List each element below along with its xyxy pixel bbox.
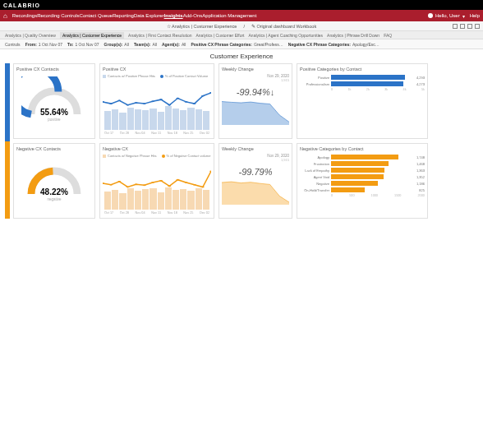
positive-gauge-card: Positive CX Contacts 55.64% positive — [13, 63, 95, 139]
nav-item-recordings[interactable]: Recordings — [12, 13, 37, 18]
breadcrumb-item[interactable]: Analytics | Phrase Drill Down — [327, 33, 380, 38]
help-link[interactable]: Help — [470, 13, 480, 18]
groups-select[interactable]: All — [124, 42, 129, 47]
pos-cat-select[interactable]: Great/Profess… — [254, 42, 283, 47]
svg-point-7 — [159, 99, 163, 100]
agents-select[interactable]: All — [182, 42, 186, 47]
negative-change-card: Weekly Change Nov 29, 2020 1,915 -99.79% — [218, 143, 292, 219]
nav-item-insights[interactable]: Insights — [164, 13, 183, 18]
nav-item-contact-queue[interactable]: Contact Queue — [80, 13, 113, 18]
breadcrumb-item[interactable]: Analytics | Customer Experience — [60, 32, 124, 39]
toolbar: ☆ Analytics | Customer Experience / ✎ Or… — [0, 21, 483, 31]
positive-trend-card: Positive CX Contacts w/ Positive Phrase … — [99, 63, 214, 139]
breadcrumb-item[interactable]: Analytics | Quality Overview — [5, 33, 56, 38]
negative-categories-card: Negative Categories by Contact Apology1,… — [297, 143, 428, 219]
svg-point-16 — [117, 181, 121, 182]
svg-point-18 — [135, 183, 138, 185]
nav-item-add-ons[interactable]: Add-Ons — [183, 13, 203, 18]
svg-point-1 — [109, 103, 113, 104]
svg-point-22 — [168, 186, 171, 187]
svg-point-17 — [126, 187, 129, 188]
negative-trend-card: Negative CX Contacts w/ Negative Phrase … — [99, 143, 214, 219]
user-icon — [428, 13, 433, 18]
svg-point-12 — [201, 95, 205, 97]
category-row: Negative1,186 — [300, 181, 425, 186]
teams-select[interactable]: All — [152, 42, 157, 47]
user-menu[interactable]: Hello, User▾ — [428, 13, 465, 19]
breadcrumb-item[interactable]: Analytics | First Contact Resolution — [128, 33, 191, 38]
svg-point-11 — [193, 103, 196, 104]
controls-bar: Controls From:1 Oct Nov 07 To:1 Oct Nov … — [0, 39, 483, 49]
svg-point-5 — [143, 103, 146, 104]
svg-point-3 — [126, 104, 129, 106]
svg-point-10 — [185, 101, 188, 103]
category-row: Frustration1,468 — [300, 161, 425, 166]
svg-point-26 — [201, 187, 205, 188]
controls-label: Controls — [5, 42, 21, 47]
negative-gauge: 48.22% negative — [21, 156, 87, 206]
svg-point-23 — [176, 179, 179, 181]
nav-item-reporting[interactable]: Reporting — [113, 13, 134, 18]
svg-point-8 — [168, 104, 171, 106]
breadcrumb-item[interactable]: Analytics | Customer Effort — [196, 33, 245, 38]
negative-gauge-card: Negative CX Contacts 48.22% negative — [13, 143, 95, 219]
breadcrumb: Analytics | Quality OverviewAnalytics | … — [0, 31, 483, 39]
nav-item-application-management[interactable]: Application Management — [202, 13, 256, 18]
svg-point-9 — [176, 98, 179, 99]
brand-logo: CALABRIO — [3, 2, 40, 8]
fullscreen-icon[interactable] — [475, 24, 480, 29]
page-title: Customer Experience — [0, 49, 483, 63]
main-nav: ⌂ RecordingsRecording ControlsContact Qu… — [0, 10, 483, 21]
side-indicator — [5, 63, 10, 219]
category-row: Positive4,293 — [300, 75, 425, 80]
export-icon[interactable] — [467, 24, 472, 29]
category-row: Apology1,748 — [300, 155, 425, 159]
user-greeting: Hello, User — [435, 13, 460, 18]
category-row: Agent Void1,352 — [300, 174, 425, 179]
nav-item-data-explorer[interactable]: Data Explorer — [134, 13, 164, 18]
svg-point-6 — [151, 101, 154, 103]
positive-categories-card: Positive Categories by Contact Positive4… — [297, 63, 428, 139]
category-row: Professionalism4,273 — [300, 81, 425, 86]
svg-point-15 — [109, 184, 113, 186]
home-icon[interactable]: ⌂ — [3, 12, 7, 20]
svg-point-24 — [185, 182, 188, 183]
toolbar-workbook[interactable]: ✎ Original dashboard Workbook — [251, 24, 316, 29]
svg-point-20 — [151, 182, 154, 183]
from-date[interactable]: 1 Oct Nov 07 — [39, 42, 62, 47]
svg-point-2 — [117, 99, 121, 101]
positive-change-card: Weekly Change Nov 29, 2020 1,915 -99.94%… — [218, 63, 292, 139]
svg-point-25 — [193, 184, 196, 186]
share-icon[interactable] — [460, 24, 465, 29]
category-row: Lack of Empathy1,363 — [300, 168, 425, 173]
toolbar-context: ☆ Analytics | Customer Experience — [167, 24, 237, 29]
svg-point-27 — [209, 170, 211, 172]
top-bar: CALABRIO — [0, 0, 483, 10]
svg-point-4 — [135, 102, 138, 104]
svg-point-21 — [159, 180, 163, 182]
neg-cat-select[interactable]: Apology/Esc… — [352, 42, 380, 47]
to-date[interactable]: 1 Oct Nov 07 — [75, 42, 99, 47]
nav-item-recording-controls[interactable]: Recording Controls — [37, 13, 79, 18]
positive-gauge: 55.64% positive — [21, 76, 87, 126]
category-row: On-Hold/Transfer825 — [300, 187, 425, 192]
breadcrumb-item[interactable]: Analytics | Agent Coaching Opportunities — [249, 33, 324, 38]
svg-point-19 — [143, 184, 146, 186]
breadcrumb-item[interactable]: FAQ — [384, 33, 392, 38]
refresh-icon[interactable] — [453, 24, 458, 29]
